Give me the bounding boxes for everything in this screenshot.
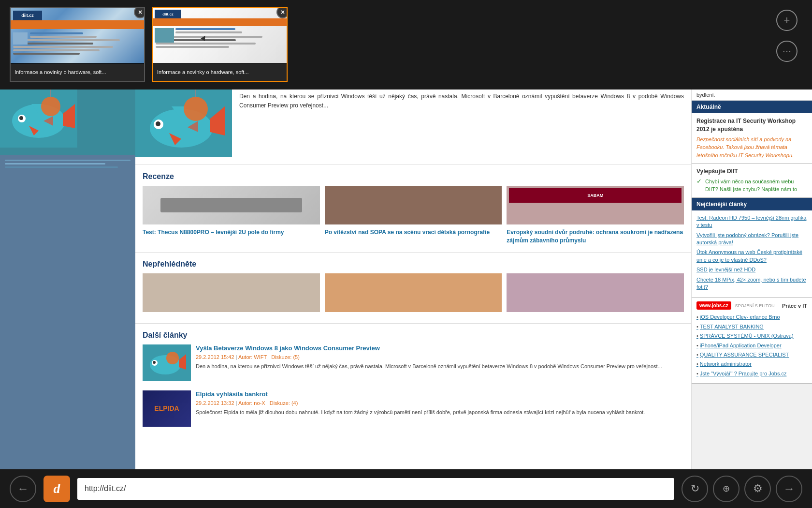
dalsi-img-1 bbox=[143, 344, 191, 381]
jobs-link-1[interactable]: •iOS Developer Clev- erlance Brno bbox=[696, 314, 807, 321]
tab-1-content-preview bbox=[11, 30, 144, 64]
neprehled-img-3 bbox=[507, 273, 684, 312]
left-panel-content bbox=[0, 155, 135, 175]
checkmark-icon: ✓ bbox=[696, 178, 702, 185]
forward-button[interactable]: → bbox=[776, 476, 802, 502]
tools-button[interactable]: ⚙ bbox=[744, 476, 771, 502]
content-main: Den a hodina, na kterou se příznivci Win… bbox=[135, 90, 691, 469]
sidebar-vylepsite: Vylepšujte DIIT ✓ Chybí vám něco na souč… bbox=[692, 164, 812, 198]
browser-page-content: Den a hodina, na kterou se příznivci Win… bbox=[135, 90, 812, 469]
sidebar-registrace-orange: Bezpečnost sociálních sítí a podvody na … bbox=[696, 135, 807, 160]
jobs-link-5[interactable]: •QUALITY ASSURANCE SPECIALIST bbox=[696, 351, 807, 359]
tab-2-orange-bar bbox=[153, 18, 287, 26]
recenze-title: Recenze bbox=[143, 172, 684, 181]
jobs-link-2[interactable]: •TEST ANALYST BANKING bbox=[696, 323, 807, 330]
content-right-sidebar: bydlení. Aktuálně Registrace na IT Secur… bbox=[691, 90, 812, 469]
jobs-link-3[interactable]: •SPRÁVCE SYSTÉMŮ - UNIX (Ostrava) bbox=[696, 332, 807, 340]
neprehled-item-1 bbox=[143, 273, 320, 316]
sidebar-aktualitne-content: Registrace na IT Security Workshop 2012 … bbox=[692, 113, 812, 163]
svg-point-17 bbox=[184, 97, 208, 121]
svg-point-6 bbox=[19, 116, 23, 120]
dalsi-title-1[interactable]: Vyšla Betaverze Windows 8 jako Windows C… bbox=[196, 344, 684, 353]
sidebar-vylepsite-title: Vylepšujte DIIT bbox=[696, 167, 807, 176]
sidebar-article-link-4[interactable]: SSD je levnější než HDD bbox=[696, 266, 807, 273]
jobs-link-4[interactable]: •iPhone/iPad Application Developer bbox=[696, 342, 807, 349]
recenze-img-2 bbox=[325, 186, 502, 224]
dalsi-clanky-section: Další články Vyšla B bbox=[135, 323, 691, 444]
top-right-controls: + ··· bbox=[776, 10, 798, 62]
tab-1-orange-bar bbox=[11, 20, 144, 29]
jobs-header: www.jobs.cz SPOJENÍ S ELITOU Práce v IT bbox=[696, 301, 807, 310]
sidebar-article-link-1[interactable]: Test: Radeon HD 7950 – levnější 28nm gra… bbox=[696, 214, 807, 229]
dalsi-desc-2: Společnost Elpida to měla již dlouhou do… bbox=[196, 408, 684, 417]
sidebar-nejctenejsi-content: Test: Radeon HD 7950 – levnější 28nm gra… bbox=[692, 210, 812, 298]
pin-button[interactable]: ⊕ bbox=[713, 476, 740, 502]
fish-illustration bbox=[0, 90, 77, 148]
recenze-section: Recenze Test: Thecus N8800PRO – levnější… bbox=[135, 165, 691, 252]
recenze-img-1 bbox=[143, 186, 320, 224]
sidebar-nejctenejsi-header: Nejčtenější články bbox=[692, 198, 812, 210]
refresh-button[interactable]: ↻ bbox=[682, 476, 708, 502]
neprehlednte-title: Nepřehlédněte bbox=[143, 260, 684, 269]
neprehled-img-1 bbox=[143, 273, 320, 312]
dalsi-clanky-title: Další články bbox=[143, 331, 684, 340]
tab-1-close-button[interactable]: × bbox=[134, 7, 145, 18]
sidebar-nejctenejsi: Nejčtenější články Test: Radeon HD 7950 … bbox=[692, 198, 812, 298]
left-panel bbox=[0, 90, 135, 469]
more-options-button[interactable]: ··· bbox=[776, 41, 798, 62]
dalsi-img-2: ELPIDA bbox=[143, 390, 191, 427]
tab-2-close-button[interactable]: × bbox=[276, 7, 288, 18]
recenze-link-2[interactable]: Po vítězství nad SOPA se na scénu vrací … bbox=[325, 229, 490, 236]
recenze-img-3: SABAM bbox=[507, 186, 684, 224]
url-input[interactable] bbox=[77, 478, 674, 500]
tab-strip: diit.cz × Informace a novinky o hardware… bbox=[0, 0, 812, 90]
tab-1-label-text: Informace a novinky o hardware, soft... bbox=[14, 69, 106, 75]
dalsi-item-1: Vyšla Betaverze Windows 8 jako Windows C… bbox=[143, 344, 684, 381]
neprehled-grid bbox=[143, 273, 684, 316]
tab-1[interactable]: diit.cz × Informace a novinky o hardware… bbox=[10, 7, 145, 82]
article-fish-svg bbox=[135, 90, 232, 157]
sidebar-vylepsite-green[interactable]: Chybí vám něco na současném webu DIIT? N… bbox=[705, 178, 807, 194]
tab-2-label-text: Informace a novinky o hardware, soft... bbox=[157, 69, 249, 75]
bottom-navigation-bar: ← d ↻ ⊕ ⚙ → bbox=[0, 469, 812, 508]
article-top-text: Den a hodina, na kterou se příznivci Win… bbox=[232, 90, 691, 157]
svg-point-23 bbox=[166, 352, 179, 364]
article-hero-image bbox=[0, 90, 135, 155]
svg-point-7 bbox=[41, 97, 60, 116]
tab-2-fish-thumb bbox=[155, 28, 174, 43]
dalsi-title-2[interactable]: Elpida vyhlásila bankrot bbox=[196, 390, 684, 399]
main-content-area: Den a hodina, na kterou se příznivci Win… bbox=[0, 90, 812, 469]
dalsi-text-2: Elpida vyhlásila bankrot 29.2.2012 13:32… bbox=[196, 390, 684, 427]
tab-2-logo: diit.cz bbox=[155, 10, 181, 18]
tab-2-thumbnail: diit.cz bbox=[153, 8, 287, 64]
recenze-item-1: Test: Thecus N8800PRO – levnější 2U pole… bbox=[143, 186, 320, 245]
recenze-link-3[interactable]: Evropský soudní dvůr podruhé: ochrana so… bbox=[507, 229, 683, 244]
sidebar-aktualitne-header: Aktuálně bbox=[692, 101, 812, 113]
jobs-link-7[interactable]: •Jste "Vývojář" ? Pracujte pro Jobs.cz bbox=[696, 370, 807, 377]
dalsi-text-1: Vyšla Betaverze Windows 8 jako Windows C… bbox=[196, 344, 684, 381]
tab-1-thumbnail: diit.cz bbox=[11, 8, 144, 64]
tab-1-logo: diit.cz bbox=[13, 11, 42, 20]
recenze-link-1[interactable]: Test: Thecus N8800PRO – levnější 2U pole… bbox=[143, 229, 284, 236]
back-button[interactable]: ← bbox=[10, 476, 36, 502]
sidebar-top-text: bydlení. bbox=[692, 90, 812, 101]
sidebar-article-link-2[interactable]: Vytvořili jste podobný obrázek? Porušili… bbox=[696, 232, 807, 247]
sidebar-registrace-title[interactable]: Registrace na IT Security Workshop 2012 … bbox=[696, 117, 807, 134]
recenze-item-2: Po vítězství nad SOPA se na scénu vrací … bbox=[325, 186, 502, 245]
tab-2-content-preview bbox=[153, 27, 287, 64]
new-tab-button[interactable]: + bbox=[776, 10, 798, 31]
recenze-item-3: SABAM Evropský soudní dvůr podruhé: ochr… bbox=[507, 186, 684, 245]
recenze-grid: Test: Thecus N8800PRO – levnější 2U pole… bbox=[143, 186, 684, 245]
svg-point-16 bbox=[156, 121, 160, 126]
dalsi-item-2: ELPIDA Elpida vyhlásila bankrot 29.2.201… bbox=[143, 390, 684, 427]
browser-app-icon[interactable]: d bbox=[44, 476, 70, 502]
neprehlednte-section: Nepřehlédněte bbox=[135, 252, 691, 323]
dalsi-meta-2: 29.2.2012 13:32 | Autor: no-X Diskuze: (… bbox=[196, 400, 684, 406]
jobs-link-6[interactable]: •Network administrator bbox=[696, 360, 807, 368]
sidebar-article-link-3[interactable]: Útok Anonymous na web České protipirátsk… bbox=[696, 249, 807, 264]
dalsi-meta-1: 29.2.2012 15:42 | Autor: WIFT Diskuze: (… bbox=[196, 354, 684, 360]
sidebar-article-link-5[interactable]: Chcete 18 MPix, 42× zoom, nebo s tím bud… bbox=[696, 276, 807, 291]
tab-2[interactable]: diit.cz × Informace a novinky o hardware… bbox=[152, 7, 288, 82]
dalsi-desc-1: Den a hodina, na kterou se příznivci Win… bbox=[196, 362, 684, 371]
sidebar-vylepsite-content: Vylepšujte DIIT ✓ Chybí vám něco na souč… bbox=[692, 164, 812, 197]
